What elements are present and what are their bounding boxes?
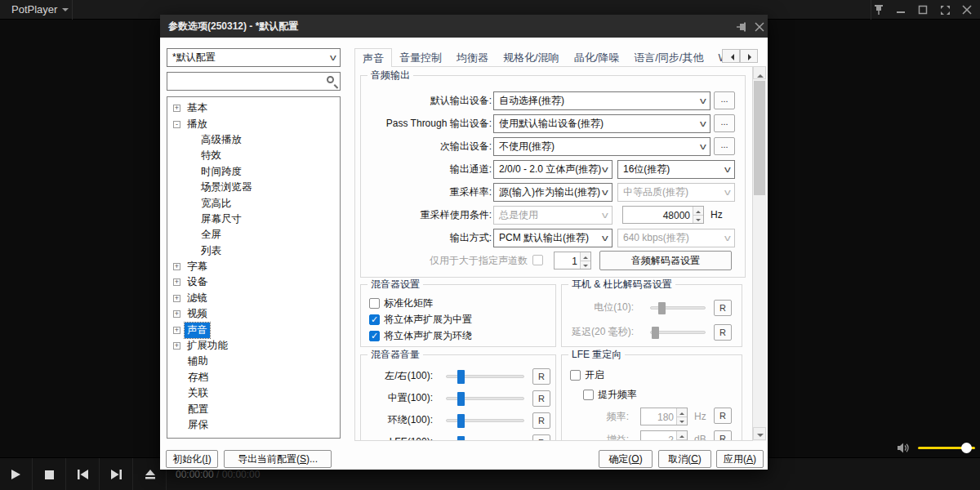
apply-button[interactable]: 应用(A) — [716, 450, 764, 468]
fullscreen-button[interactable] — [938, 3, 951, 16]
tree-expander-icon[interactable]: + — [173, 295, 180, 302]
stop-button[interactable] — [33, 458, 66, 490]
tree-item[interactable]: +基本 — [167, 100, 340, 116]
slider-thumb[interactable] — [658, 302, 666, 314]
previous-button[interactable] — [67, 458, 100, 490]
tree-item-label[interactable]: 全屏 — [198, 227, 224, 243]
slider-track[interactable] — [650, 306, 706, 310]
tree-item-label[interactable]: 滤镜 — [185, 291, 210, 306]
tree-item-label[interactable]: 视频 — [185, 306, 210, 322]
tree-item[interactable]: 全屏 — [167, 227, 340, 243]
volume-slider-thumb[interactable] — [961, 443, 972, 453]
lfe-gain-reset-button[interactable]: R — [714, 430, 732, 441]
tree-item-label[interactable]: 辅助 — [185, 354, 211, 369]
tree-item-label[interactable]: 时间跨度 — [198, 164, 244, 180]
tree-item[interactable]: 特效 — [167, 148, 340, 163]
audio-decoder-settings-button[interactable]: 音频解码器设置 — [599, 251, 732, 270]
sample-rate-spinner[interactable]: 48000 — [622, 206, 704, 224]
tab-6[interactable]: 语言/同步/其他 — [626, 48, 710, 67]
close-icon[interactable] — [753, 20, 766, 33]
output-channels-select[interactable]: 2/0/0 - 2.0 立体声(推荐) — [493, 160, 612, 179]
pin-icon[interactable] — [872, 3, 885, 16]
tree-item-label[interactable]: 列表 — [198, 243, 224, 259]
reset-button[interactable]: R — [714, 324, 732, 341]
minimize-button[interactable] — [894, 3, 907, 16]
content-scrollbar[interactable] — [753, 66, 766, 441]
tree-item[interactable]: 宽高比 — [167, 195, 340, 211]
reset-button[interactable]: R — [714, 300, 732, 316]
secondary-device-more-button[interactable]: ... — [714, 137, 735, 155]
tree-item[interactable]: 高级播放 — [167, 132, 340, 148]
pin-icon[interactable] — [735, 20, 748, 33]
tree-expander-icon[interactable]: + — [173, 263, 180, 270]
next-button[interactable] — [100, 458, 133, 490]
checkbox-icon[interactable] — [369, 298, 380, 309]
tree-item-label[interactable]: 声音 — [185, 323, 210, 338]
tree-item[interactable]: 关联 — [167, 385, 340, 401]
tab-scroll-right-icon[interactable] — [740, 49, 758, 63]
min-channels-checkbox[interactable] — [532, 255, 543, 265]
tree-item[interactable]: +字幕 — [167, 259, 340, 274]
settings-search-input[interactable] — [167, 72, 341, 91]
tree-item-label[interactable]: 宽高比 — [198, 196, 234, 212]
mixer-checkbox[interactable]: 标准化矩阵 — [369, 295, 555, 311]
export-config-button[interactable]: 导出当前配置(S)... — [224, 450, 332, 468]
tree-item-label[interactable]: 关联 — [185, 385, 211, 401]
tree-expander-icon[interactable]: + — [173, 342, 180, 350]
tree-item-label[interactable]: 场景浏览器 — [198, 180, 255, 195]
bit-depth-select[interactable]: 16位(推荐) — [617, 160, 735, 179]
initialize-button[interactable]: 初始化(I) — [166, 450, 218, 468]
lfe-boost-checkbox[interactable]: 提升频率 — [583, 388, 637, 402]
tree-item-label[interactable]: 播放 — [185, 117, 210, 132]
slider-thumb[interactable] — [457, 414, 465, 428]
slider-thumb[interactable] — [457, 392, 465, 406]
min-channels-spinner[interactable]: 1 — [554, 252, 591, 270]
passthrough-device-select[interactable]: 使用默认输出设备(推荐) — [493, 114, 710, 133]
checkbox-icon[interactable] — [369, 331, 380, 341]
slider-thumb[interactable] — [457, 370, 465, 384]
volume-slider[interactable] — [918, 447, 975, 449]
tree-item-label[interactable]: 基本 — [185, 100, 210, 116]
tree-item-label[interactable]: 特效 — [198, 148, 224, 163]
tab-1[interactable]: 声音 — [354, 48, 392, 67]
reset-button[interactable]: R — [532, 390, 550, 407]
tree-item-label[interactable]: 存档 — [185, 370, 211, 385]
tree-expander-icon[interactable]: + — [173, 278, 180, 286]
tree-item[interactable]: 屏幕尺寸 — [167, 212, 340, 227]
tree-item[interactable]: 列表 — [167, 243, 340, 259]
tree-item[interactable]: +声音 — [167, 322, 340, 337]
scroll-down-icon[interactable] — [753, 427, 766, 440]
passthrough-device-more-button[interactable]: ... — [714, 114, 735, 132]
ok-button[interactable]: 确定(O) — [599, 450, 653, 468]
reset-button[interactable]: R — [532, 434, 550, 441]
reset-button[interactable]: R — [532, 368, 550, 385]
profile-select[interactable]: *默认配置 — [167, 48, 341, 67]
mixer-checkbox[interactable]: 将立体声扩展为中置 — [369, 311, 555, 327]
tree-item[interactable]: +设备 — [167, 274, 340, 290]
app-logo[interactable]: PotPlayer — [11, 0, 57, 20]
tree-item-label[interactable]: 设备 — [185, 274, 210, 290]
secondary-device-select[interactable]: 不使用(推荐) — [493, 137, 710, 156]
tree-item[interactable]: 配置 — [167, 401, 340, 416]
tree-expander-icon[interactable]: - — [173, 121, 180, 128]
slider-track[interactable] — [446, 375, 524, 378]
lfe-enable-checkbox[interactable]: 开启 — [570, 368, 604, 382]
tree-item[interactable]: +滤镜 — [167, 291, 340, 306]
output-mode-select[interactable]: PCM 默认输出(推荐) — [493, 229, 612, 247]
tab-5[interactable]: 晶化/降噪 — [567, 48, 627, 67]
close-button[interactable] — [960, 3, 973, 16]
tab-3[interactable]: 均衡器 — [449, 48, 496, 67]
scroll-up-icon[interactable] — [753, 66, 766, 79]
tree-item[interactable]: 屏保 — [167, 417, 340, 433]
slider-track[interactable] — [650, 331, 706, 334]
tree-item-label[interactable]: 字幕 — [185, 259, 210, 274]
default-output-device-select[interactable]: 自动选择(推荐) — [493, 91, 710, 110]
tree-expander-icon[interactable]: + — [173, 327, 180, 334]
tree-item-label[interactable]: 扩展功能 — [185, 338, 230, 354]
tree-item[interactable]: 时间跨度 — [167, 164, 340, 180]
tree-expander-icon[interactable]: + — [173, 105, 180, 112]
speaker-icon[interactable] — [897, 442, 911, 454]
tree-item-label[interactable]: 高级播放 — [198, 132, 244, 148]
tree-item-label[interactable]: 屏幕尺寸 — [198, 212, 244, 227]
scrollbar-thumb[interactable] — [754, 81, 765, 195]
